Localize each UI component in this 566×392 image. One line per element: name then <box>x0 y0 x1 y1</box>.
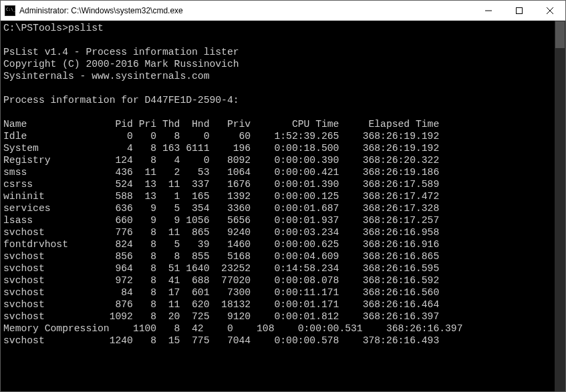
close-button[interactable] <box>535 1 565 20</box>
terminal-area[interactable]: C:\PSTools>pslist PsList v1.4 - Process … <box>1 21 565 391</box>
info-line: Process information for D447FE1D-2590-4: <box>3 95 239 106</box>
column-headers: Name Pid Pri Thd Hnd Priv CPU Time Elaps… <box>3 119 439 130</box>
cmd-window: Administrator: C:\Windows\system32\cmd.e… <box>0 0 566 392</box>
prompt: C:\PSTools> <box>3 23 68 33</box>
scrollbar[interactable] <box>555 21 565 391</box>
header-line: Sysinternals - www.sysinternals.com <box>3 71 210 81</box>
window-title: Administrator: C:\Windows\system32\cmd.e… <box>19 6 473 15</box>
svg-rect-1 <box>517 7 523 13</box>
window-controls <box>473 1 565 20</box>
header-line: Copyright (C) 2000-2016 Mark Russinovich <box>3 59 239 69</box>
scrollbar-thumb[interactable] <box>555 21 565 48</box>
command: pslist <box>68 23 104 33</box>
cmd-icon <box>5 5 15 16</box>
header-line: PsList v1.4 - Process information lister <box>3 47 239 57</box>
maximize-button[interactable] <box>504 1 535 20</box>
minimize-button[interactable] <box>473 1 504 20</box>
process-list: Idle 0 0 8 0 60 1:52:39.265 368:26:19.19… <box>3 131 463 346</box>
titlebar[interactable]: Administrator: C:\Windows\system32\cmd.e… <box>1 1 565 21</box>
